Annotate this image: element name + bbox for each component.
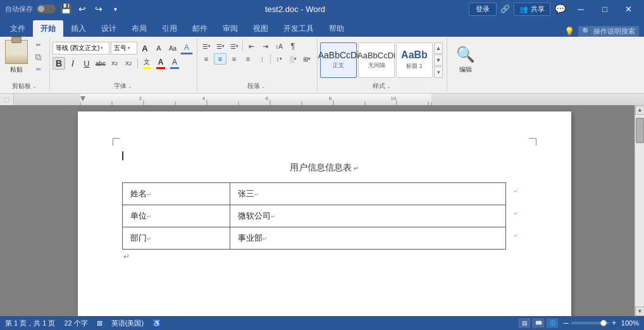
bold-button[interactable]: B: [53, 57, 65, 70]
value-cell-name[interactable]: 张三↵: [230, 183, 505, 205]
zoom-level[interactable]: 100%: [619, 319, 639, 327]
decrease-indent-button[interactable]: ⇤: [245, 41, 257, 52]
columns-button[interactable]: ⫶: [256, 53, 268, 65]
comment-button[interactable]: 💬: [554, 3, 567, 15]
text-effect-button[interactable]: A: [168, 57, 181, 70]
tab-review[interactable]: 审阅: [215, 20, 245, 37]
line-spacing-button[interactable]: ↕▾: [273, 53, 285, 65]
read-mode-view[interactable]: 📖: [533, 319, 544, 327]
login-button[interactable]: 登录: [469, 3, 497, 16]
border-button[interactable]: ⊞▾: [300, 53, 313, 65]
justify-button[interactable]: ≡: [242, 53, 254, 65]
style-scroll-down[interactable]: ▼: [434, 54, 443, 66]
tab-mail[interactable]: 邮件: [185, 20, 215, 37]
font-color-button[interactable]: A: [154, 57, 167, 70]
web-layout-view[interactable]: 🌐: [547, 319, 558, 327]
style-heading1[interactable]: AaBb 标题 1: [396, 42, 433, 78]
info-table[interactable]: 姓名↵ 张三↵ ↵ 单位↵ 微软公司↵ ↵: [122, 182, 527, 250]
zoom-in-button[interactable]: +: [612, 319, 616, 327]
zoom-slider[interactable]: [571, 322, 609, 324]
vertical-scrollbar[interactable]: ▲ ▼: [635, 105, 644, 316]
align-center-button[interactable]: ≡: [214, 53, 226, 65]
sort-button[interactable]: ↕A: [273, 41, 285, 52]
redo-icon[interactable]: ↪: [92, 3, 105, 15]
cursor-line: [122, 149, 527, 162]
subscript-button[interactable]: X2: [108, 57, 121, 70]
zoom-out-button[interactable]: ─: [563, 319, 569, 327]
save-icon[interactable]: 💾: [59, 3, 72, 15]
style-no-space[interactable]: AaBbCcDi 无间隔: [358, 42, 395, 78]
label-cell-dept[interactable]: 部门↵: [122, 227, 230, 250]
font-shrink-button[interactable]: A: [152, 42, 165, 54]
restore-button[interactable]: □: [595, 0, 615, 18]
scrollbar-track[interactable]: [635, 115, 644, 307]
style-more[interactable]: ▾: [434, 67, 443, 78]
close-button[interactable]: ✕: [619, 0, 639, 18]
ruler-corner[interactable]: ⬚: [0, 94, 14, 105]
tab-home[interactable]: 开始: [33, 20, 63, 37]
cut-button[interactable]: ✂: [32, 40, 46, 51]
numbering-button[interactable]: ☰▾: [214, 41, 226, 52]
language[interactable]: 英语(美国): [111, 319, 144, 328]
status-bar-right: ▤ 📖 🌐 ─ + 100%: [519, 319, 639, 327]
document-page[interactable]: 用户信息信息表 ↵ 姓名↵ 张三↵ ↵: [78, 111, 571, 316]
print-layout-view[interactable]: ▤: [519, 319, 530, 327]
superscript-button[interactable]: X2: [122, 57, 135, 70]
paste-button[interactable]: 粘贴: [3, 39, 30, 75]
label-cell-name[interactable]: 姓名↵: [122, 183, 230, 205]
copy-button[interactable]: ⿻: [32, 52, 46, 63]
text-highlight-button[interactable]: 文: [140, 57, 153, 70]
autosave-toggle[interactable]: [37, 4, 56, 13]
document-scroll-area[interactable]: 用户信息信息表 ↵ 姓名↵ 张三↵ ↵: [14, 105, 635, 316]
strikethrough-button[interactable]: abc: [94, 57, 107, 70]
scroll-down-button[interactable]: ▼: [635, 307, 644, 316]
undo-icon[interactable]: ↩: [76, 3, 89, 15]
font-size-selector[interactable]: 五号 ▾: [111, 42, 137, 54]
scrollbar-thumb[interactable]: [636, 118, 644, 143]
shading-button[interactable]: ░▾: [287, 53, 299, 65]
style-scroll-up[interactable]: ▲: [434, 42, 443, 54]
tab-references[interactable]: 引用: [154, 20, 185, 37]
zoom-thumb[interactable]: [600, 320, 607, 326]
value-cell-unit[interactable]: 微软公司↵: [230, 205, 505, 227]
tab-developer[interactable]: 开发工具: [276, 20, 321, 37]
font-clear-button[interactable]: A: [180, 42, 193, 54]
align-left-button[interactable]: ≡: [200, 53, 213, 65]
tab-view[interactable]: 视图: [245, 20, 276, 37]
format-painter-button[interactable]: ✏: [32, 64, 46, 75]
value-cell-dept[interactable]: 事业部↵: [230, 227, 505, 250]
bullets-button[interactable]: ☰▾: [200, 41, 213, 52]
font-name-selector[interactable]: 等线 (西文正文) ▾: [53, 42, 109, 54]
minimize-button[interactable]: ─: [571, 0, 591, 18]
share-button[interactable]: 👥 共享: [514, 3, 550, 16]
clipboard-expand-icon[interactable]: ⌄: [32, 84, 37, 89]
tab-file[interactable]: 文件: [3, 20, 33, 37]
customize-icon[interactable]: ▾: [109, 3, 121, 15]
editing-button[interactable]: 🔍 编辑: [450, 42, 481, 78]
italic-button[interactable]: I: [66, 57, 79, 70]
show-formatting-button[interactable]: ¶: [287, 41, 299, 52]
multilevel-button[interactable]: ☰▾: [228, 41, 240, 52]
font-grow-button[interactable]: A: [139, 42, 151, 54]
label-cell-unit[interactable]: 单位↵: [122, 205, 230, 227]
align-right-button[interactable]: ≡: [228, 53, 240, 65]
underline-button[interactable]: U: [80, 57, 93, 70]
styles-expand-icon[interactable]: ⌄: [387, 84, 391, 89]
font-expand-icon[interactable]: ⌄: [128, 84, 132, 89]
style-no-space-preview: AaBbCcDi: [357, 51, 395, 60]
tab-design[interactable]: 设计: [94, 20, 124, 37]
font-case-button[interactable]: Aa: [166, 42, 179, 54]
tab-help[interactable]: 帮助: [321, 20, 352, 37]
tab-insert[interactable]: 插入: [63, 20, 94, 37]
accessibility-icon[interactable]: ♿: [152, 319, 161, 327]
search-label[interactable]: 操作说明搜索: [593, 27, 635, 36]
paragraph-expand-icon[interactable]: ⌄: [261, 84, 266, 89]
font-separator: [137, 58, 138, 68]
tab-layout[interactable]: 布局: [124, 20, 154, 37]
increase-indent-button[interactable]: ⇥: [259, 41, 271, 52]
document-title[interactable]: 用户信息信息表 ↵: [122, 162, 527, 174]
scroll-up-button[interactable]: ▲: [635, 105, 644, 115]
format-painter-icon: ✏: [36, 66, 41, 73]
spelling-icon[interactable]: ⊠: [97, 319, 102, 327]
style-normal[interactable]: AaBbCcDi 正文: [320, 42, 357, 78]
